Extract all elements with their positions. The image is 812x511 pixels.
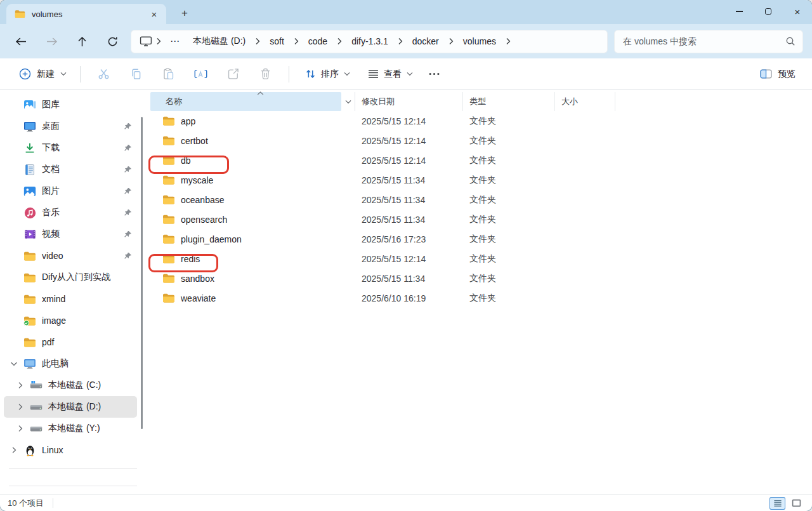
sort-button[interactable]: 排序	[299, 64, 357, 84]
sidebar-item-image[interactable]: image	[4, 310, 137, 331]
drive-icon	[30, 422, 43, 435]
statusbar-divider	[53, 498, 53, 508]
sidebar-item-xmind[interactable]: xmind	[4, 288, 137, 310]
column-header-type[interactable]: 类型	[463, 92, 555, 111]
column-header-name[interactable]: 名称	[150, 92, 341, 111]
file-name-cell: certbot	[150, 135, 355, 146]
close-button[interactable]: ×	[783, 0, 812, 23]
sidebar-item-下载[interactable]: 下载	[4, 137, 137, 159]
large-icons-view-button[interactable]	[789, 497, 804, 510]
sidebar-item-本地磁盘-c-[interactable]: 本地磁盘 (C:)	[4, 375, 137, 396]
sidebar-item-pdf[interactable]: pdf	[4, 331, 137, 353]
file-type-label: 文件夹	[463, 194, 555, 206]
file-row-weaviate[interactable]: weaviate2025/6/10 16:19文件夹	[150, 288, 812, 308]
more-options-button[interactable]	[422, 63, 446, 86]
sidebar-item-video[interactable]: video	[4, 245, 137, 267]
file-row-opensearch[interactable]: opensearch2025/5/15 11:34文件夹	[150, 209, 812, 229]
refresh-button[interactable]	[100, 30, 124, 53]
expander-right-icon[interactable]	[10, 425, 30, 432]
sidebar-item-文档[interactable]: 文档	[4, 159, 137, 180]
breadcrumb-item-code[interactable]: code	[303, 34, 333, 48]
maximize-button[interactable]	[754, 0, 783, 23]
breadcrumb-item--d-[interactable]: 本地磁盘 (D:)	[187, 34, 251, 49]
expander-right-icon[interactable]	[10, 403, 30, 411]
new-button[interactable]: 新建	[13, 63, 73, 84]
breadcrumb-item-docker[interactable]: docker	[407, 34, 445, 48]
sidebar-item-图片[interactable]: 图片	[4, 180, 137, 202]
file-row-app[interactable]: app2025/5/15 12:14文件夹	[150, 111, 812, 131]
copy-button[interactable]	[123, 63, 149, 86]
expander-right-icon[interactable]	[10, 382, 30, 389]
breadcrumb-chevron-icon[interactable]	[396, 37, 405, 45]
file-row-db[interactable]: db2025/5/15 12:14文件夹	[150, 150, 812, 170]
expander-right-icon[interactable]	[4, 446, 23, 454]
sidebar-item-dify从入门到实战[interactable]: Dify从入门到实战	[4, 267, 137, 288]
column-header-modified[interactable]: 修改日期	[355, 92, 463, 111]
file-row-myscale[interactable]: myscale2025/5/15 11:34文件夹	[150, 170, 812, 190]
file-modified-date: 2025/5/15 11:34	[355, 215, 463, 225]
folder-icon	[15, 10, 25, 18]
sidebar-item-本地磁盘-d-[interactable]: 本地磁盘 (D:)	[4, 396, 137, 418]
tab-volumes[interactable]: volumes ×	[6, 4, 166, 24]
sidebar-item-本地磁盘-y-[interactable]: 本地磁盘 (Y:)	[4, 418, 137, 439]
back-button[interactable]	[9, 30, 33, 53]
file-row-sandbox[interactable]: sandbox2025/5/15 11:34文件夹	[150, 269, 812, 288]
breadcrumb-chevron-icon[interactable]	[504, 37, 513, 45]
sidebar-item-音乐[interactable]: 音乐	[4, 202, 137, 223]
file-modified-date: 2025/5/15 11:34	[355, 175, 463, 185]
file-name-label: db	[181, 156, 191, 166]
rename-button[interactable]	[188, 63, 214, 86]
preview-toggle-button[interactable]: 预览	[755, 64, 801, 84]
file-name-label: plugin_daemon	[181, 234, 242, 244]
sidebar-item-图库[interactable]: 图库	[4, 94, 137, 116]
breadcrumb-chevron-icon[interactable]	[447, 37, 455, 45]
column-header-size[interactable]: 大小	[555, 92, 615, 111]
cut-button[interactable]	[91, 63, 117, 86]
preview-label: 预览	[778, 69, 796, 80]
file-name-label: myscale	[181, 175, 213, 185]
sidebar-item-label: image	[42, 315, 66, 326]
search-input[interactable]	[623, 36, 785, 46]
forward-button[interactable]	[39, 30, 63, 53]
breadcrumb-overflow-button[interactable]: ⋯	[165, 36, 185, 47]
view-button[interactable]: 查看	[362, 64, 419, 84]
cut-icon	[98, 68, 110, 80]
breadcrumb-chevron-icon[interactable]	[154, 37, 163, 45]
breadcrumb-chevron-icon[interactable]	[335, 37, 344, 45]
up-button[interactable]	[70, 30, 94, 53]
sidebar-scrollbar[interactable]	[141, 117, 143, 429]
view-lines-icon	[368, 69, 379, 79]
file-name-cell: oceanbase	[150, 194, 355, 205]
file-row-redis[interactable]: redis2025/5/15 12:14文件夹	[150, 249, 812, 269]
sidebar-item-视频[interactable]: 视频	[4, 223, 137, 245]
file-name-label: oceanbase	[181, 195, 225, 205]
new-tab-button[interactable]: +	[175, 4, 194, 22]
trash-icon	[260, 68, 271, 80]
item-count: 10 个项目	[8, 498, 44, 509]
folder-icon	[162, 155, 175, 166]
breadcrumb-chevron-icon[interactable]	[292, 37, 301, 45]
file-name-cell: plugin_daemon	[150, 234, 355, 244]
paste-button[interactable]	[155, 63, 181, 86]
expander-down-icon[interactable]	[4, 361, 23, 366]
minimize-button[interactable]	[724, 0, 754, 23]
delete-button[interactable]	[252, 63, 278, 86]
details-view-button[interactable]	[769, 497, 785, 510]
file-row-plugin_daemon[interactable]: plugin_daemon2025/5/16 17:23文件夹	[150, 229, 812, 249]
share-button[interactable]	[220, 63, 246, 86]
sidebar-item-此电脑[interactable]: 此电脑	[4, 353, 137, 375]
breadcrumb-chevron-icon[interactable]	[253, 37, 262, 45]
sidebar-item-桌面[interactable]: 桌面	[4, 116, 137, 137]
breadcrumb-item-volumes[interactable]: volumes	[457, 34, 502, 48]
file-name-cell: db	[150, 155, 355, 166]
sidebar-item-linux[interactable]: Linux	[4, 439, 137, 461]
file-row-oceanbase[interactable]: oceanbase2025/5/15 11:34文件夹	[150, 190, 812, 209]
breadcrumb-item-soft[interactable]: soft	[264, 34, 290, 48]
pin-icon	[124, 230, 132, 239]
column-filter-dropdown[interactable]	[341, 92, 355, 111]
breadcrumb-item-dify-1-3-1[interactable]: dify-1.3.1	[346, 34, 394, 48]
tab-close-icon[interactable]: ×	[146, 6, 162, 22]
sidebar-item-label: 本地磁盘 (Y:)	[48, 423, 100, 434]
file-row-certbot[interactable]: certbot2025/5/15 12:14文件夹	[150, 131, 812, 150]
music-icon	[23, 206, 36, 219]
